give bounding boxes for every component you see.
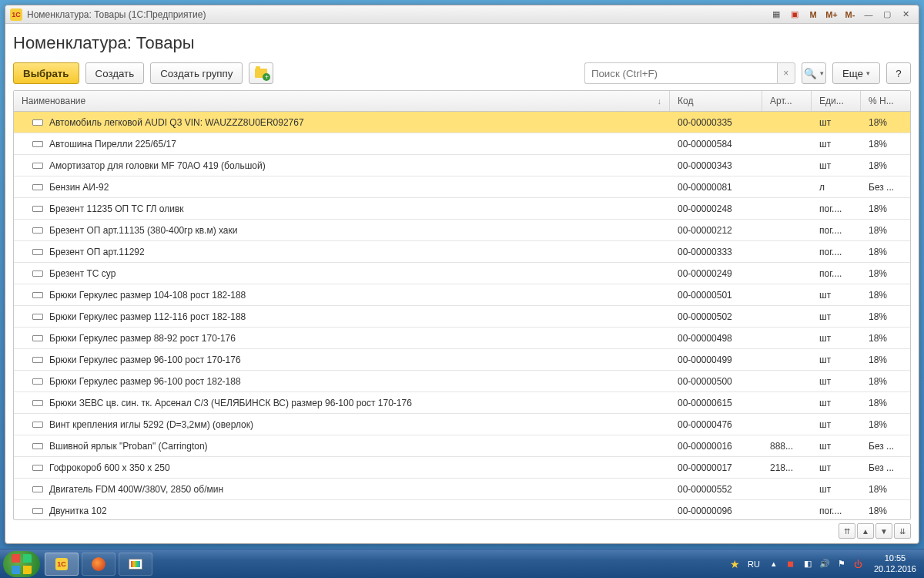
tray-chevron-icon[interactable]: ▴: [768, 558, 780, 570]
table-row[interactable]: Брюки Геркулес размер 104-108 рост 182-1…: [14, 284, 910, 306]
more-button[interactable]: Еще▾: [832, 62, 880, 84]
table-row[interactable]: Амортизатор для головки MF 70АО 419 (бол…: [14, 155, 910, 176]
item-icon: [32, 184, 43, 190]
cell-name: Брюки Геркулес размер 88-92 рост 170-176: [49, 333, 236, 344]
cell-code: 00-00000016: [670, 437, 762, 455]
mem-m-button[interactable]: M: [805, 8, 822, 22]
mem-mminus-button[interactable]: M-: [842, 8, 859, 22]
row-navigator: ⇈ ▲ ▼ ⇊: [13, 520, 911, 539]
col-name-header[interactable]: Наименование ↓: [14, 91, 670, 111]
table-row[interactable]: Автомобиль легковой AUDI Q3 VIN: WAUZZZ8…: [14, 112, 910, 133]
cell-vat: Без ...: [861, 178, 910, 197]
nav-first-button[interactable]: ⇈: [839, 523, 855, 539]
col-unit-header[interactable]: Еди...: [812, 91, 861, 111]
maximize-button[interactable]: ▢: [879, 8, 896, 22]
table-row[interactable]: Брюки Геркулес размер 112-116 рост 182-1…: [14, 306, 910, 328]
cell-vat: 18%: [861, 394, 910, 412]
cell-art: [762, 507, 812, 515]
cell-vat: 18%: [861, 415, 910, 434]
start-button[interactable]: [3, 551, 40, 577]
cell-art: [762, 248, 812, 256]
item-icon: [32, 443, 43, 449]
create-button[interactable]: Создать: [85, 62, 145, 84]
table-row[interactable]: Брюки Геркулес размер 88-92 рост 170-176…: [14, 328, 910, 349]
language-indicator[interactable]: RU: [745, 558, 763, 570]
tray-shield-icon[interactable]: ◼: [785, 558, 797, 570]
cell-code: 00-00000584: [670, 135, 762, 153]
minimize-button[interactable]: —: [860, 8, 877, 22]
cell-code: 00-00000499: [670, 351, 762, 369]
table-row[interactable]: Брюки ЗЕВС цв. син. тк. Арсенал С/3 (ЧЕЛ…: [14, 392, 910, 414]
table-row[interactable]: Брезент ОП арт.1129200-00000333пог....18…: [14, 241, 910, 263]
cell-name: Амортизатор для головки MF 70АО 419 (бол…: [49, 160, 266, 171]
item-icon: [32, 227, 43, 234]
more-label: Еще: [842, 68, 863, 79]
cell-name: Гофрокороб 600 x 350 x 250: [49, 462, 170, 473]
item-icon: [32, 119, 43, 126]
table-row[interactable]: Винт крепления иглы 5292 (D=3,2мм) (овер…: [14, 414, 910, 435]
tray-sound-icon[interactable]: 🔊: [819, 558, 831, 570]
table-row[interactable]: Двунитка 10200-00000096пог....18%: [14, 500, 910, 519]
cell-vat: 18%: [861, 351, 910, 369]
item-icon: [32, 335, 43, 341]
cell-vat: 18%: [861, 307, 910, 326]
col-name-label: Наименование: [22, 96, 85, 106]
cell-unit: шт: [812, 351, 861, 369]
cell-name: Автошина Пирелли 225/65/17: [49, 139, 176, 150]
create-folder-button[interactable]: [249, 62, 273, 84]
table-row[interactable]: Брезент ОП арт.11135 (380-400гр кв.м) ха…: [14, 220, 910, 241]
close-button[interactable]: ✕: [897, 8, 914, 22]
search-clear-button[interactable]: ×: [777, 62, 795, 84]
col-vat-header[interactable]: % Н...: [861, 91, 910, 111]
window-title: Номенклатура: Товары (1С:Предприятие): [27, 9, 768, 20]
taskbar-item-1c[interactable]: 1С: [45, 553, 79, 576]
taskbar-item-firefox[interactable]: [82, 553, 116, 576]
col-art-header[interactable]: Арт...: [762, 91, 812, 111]
grid-icon[interactable]: ▦: [768, 8, 785, 22]
folder-add-icon: [255, 69, 267, 78]
tray-power-icon[interactable]: ⏻: [852, 558, 865, 570]
table-row[interactable]: Автошина Пирелли 225/65/1700-00000584шт1…: [14, 133, 910, 155]
item-icon: [32, 271, 43, 277]
calendar-icon[interactable]: ▣: [786, 8, 803, 22]
cell-vat: 18%: [861, 156, 910, 175]
table-row[interactable]: Брюки Геркулес размер 96-100 рост 170-17…: [14, 349, 910, 371]
table-row[interactable]: Двигатель FDM 400W/380V, 2850 об/мин00-0…: [14, 479, 910, 500]
help-button[interactable]: ?: [886, 62, 911, 84]
cell-unit: шт: [812, 459, 861, 477]
search-options-button[interactable]: 🔍▾: [802, 62, 826, 84]
table-row[interactable]: Брюки Геркулес размер 96-100 рост 182-18…: [14, 371, 910, 392]
taskbar-item-paint[interactable]: [119, 553, 152, 576]
table-row[interactable]: Гофрокороб 600 x 350 x 25000-00000017218…: [14, 457, 910, 479]
cell-vat: Без ...: [861, 459, 910, 477]
select-button[interactable]: Выбрать: [13, 62, 79, 84]
nav-up-button[interactable]: ▲: [857, 523, 874, 539]
cell-name: Брезент ОП арт.11135 (380-400гр кв.м) ха…: [49, 225, 238, 236]
table-row[interactable]: Вшивной ярлык "Proban" (Carrington)00-00…: [14, 435, 910, 457]
cell-code: 00-00000502: [670, 307, 762, 326]
cell-vat: 18%: [861, 200, 910, 218]
toolbar: Выбрать Создать Создать группу × 🔍▾ Еще▾…: [13, 62, 911, 84]
cell-name: Брюки ЗЕВС цв. син. тк. Арсенал С/3 (ЧЕЛ…: [49, 398, 412, 408]
item-icon: [32, 292, 43, 298]
tray-network-icon[interactable]: ◧: [802, 558, 814, 570]
cell-unit: шт: [812, 372, 861, 391]
nav-down-button[interactable]: ▼: [875, 523, 892, 539]
cell-art: [762, 421, 812, 428]
tray-flag-icon[interactable]: ⚑: [835, 558, 848, 570]
cell-vat: 18%: [861, 286, 910, 304]
cell-name: Бензин АИ-92: [49, 182, 109, 193]
search-input[interactable]: [584, 62, 777, 84]
create-group-button[interactable]: Создать группу: [150, 62, 243, 84]
col-code-header[interactable]: Код: [670, 91, 762, 111]
favorites-icon[interactable]: ★: [730, 558, 740, 570]
cell-code: 00-00000333: [670, 243, 762, 261]
nav-last-button[interactable]: ⇊: [894, 523, 911, 539]
cell-art: 888...: [762, 437, 812, 455]
mem-mplus-button[interactable]: M+: [823, 8, 840, 22]
taskbar-clock[interactable]: 10:55 20.12.2016: [869, 553, 921, 573]
table-row[interactable]: Брезент 11235 ОП ТС ГЛ оливк00-00000248п…: [14, 198, 910, 220]
table-row[interactable]: Брезент ТС сур00-00000249пог....18%: [14, 263, 910, 284]
cell-unit: шт: [812, 415, 861, 434]
table-row[interactable]: Бензин АИ-9200-00000081лБез ...: [14, 176, 910, 198]
